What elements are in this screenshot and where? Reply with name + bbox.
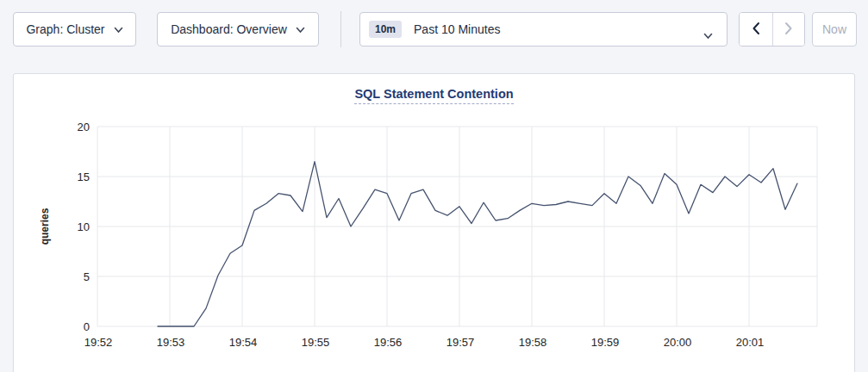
- time-nav-group: [739, 12, 805, 46]
- dashboard-dropdown-label: Dashboard: Overview: [171, 22, 287, 36]
- queries-series-line: [158, 162, 797, 326]
- x-tick-label: 19:58: [519, 336, 547, 349]
- time-window-label: Past 10 Minutes: [414, 22, 500, 36]
- y-tick-label: 15: [78, 170, 90, 183]
- y-tick-label: 5: [84, 270, 90, 283]
- chevron-down-icon: [114, 22, 123, 36]
- y-axis-label: queries: [39, 208, 51, 245]
- chart-card: SQL Statement Contention 0510152019:5219…: [13, 73, 855, 372]
- toolbar-divider: [340, 11, 341, 47]
- chart-title-row: SQL Statement Contention: [14, 74, 854, 104]
- x-tick-label: 19:59: [591, 336, 620, 349]
- sql-statement-contention-chart: 0510152019:5219:5319:5419:5519:5619:5719…: [14, 111, 856, 369]
- x-tick-label: 19:54: [229, 336, 258, 349]
- time-back-button[interactable]: [740, 13, 772, 46]
- x-tick-label: 20:00: [664, 336, 692, 349]
- time-forward-button[interactable]: [772, 13, 805, 46]
- x-tick-label: 19:52: [84, 336, 113, 349]
- x-tick-label: 19:53: [157, 336, 185, 349]
- toolbar: Graph: Cluster Dashboard: Overview 10m P…: [0, 0, 868, 46]
- now-button[interactable]: Now: [812, 12, 857, 46]
- chevron-down-icon: [296, 22, 305, 36]
- chevron-down-icon: [703, 28, 713, 43]
- chevron-right-icon: [784, 22, 793, 38]
- x-tick-label: 19:57: [446, 336, 475, 349]
- dashboard-dropdown[interactable]: Dashboard: Overview: [157, 12, 319, 46]
- y-tick-label: 10: [78, 220, 90, 233]
- y-tick-label: 0: [84, 320, 90, 333]
- time-range-dropdown[interactable]: 10m Past 10 Minutes: [359, 12, 727, 46]
- y-tick-label: 20: [78, 121, 90, 133]
- x-tick-label: 19:56: [374, 336, 403, 349]
- chevron-left-icon: [752, 22, 760, 38]
- time-window-badge: 10m: [369, 21, 402, 38]
- graph-dropdown-label: Graph: Cluster: [26, 22, 104, 36]
- x-tick-label: 20:01: [736, 336, 765, 349]
- chart-title[interactable]: SQL Statement Contention: [354, 87, 513, 104]
- graph-dropdown[interactable]: Graph: Cluster: [13, 12, 136, 46]
- x-tick-label: 19:55: [302, 336, 330, 349]
